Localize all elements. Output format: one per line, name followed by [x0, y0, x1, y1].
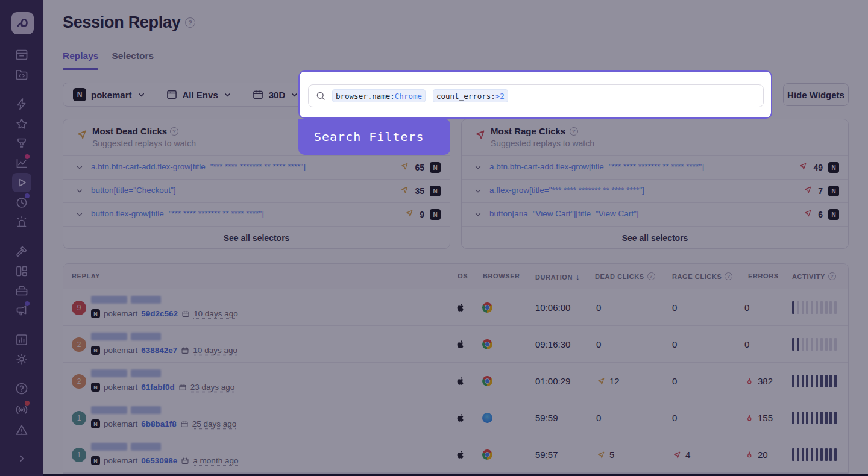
chip-key: browser.name:: [336, 92, 395, 101]
search-icon: [315, 90, 326, 101]
search-input[interactable]: browser.name:Chromecount_errors:>2: [308, 84, 764, 107]
search-filter-chip[interactable]: browser.name:Chrome: [332, 89, 426, 102]
search-filter-chip[interactable]: count_errors:>2: [433, 89, 508, 102]
session-replay-page: Session Replay ? Replays Selectors N pok…: [0, 0, 868, 476]
search-filters-spotlight: browser.name:Chromecount_errors:>2: [298, 70, 772, 119]
chip-value: >2: [495, 92, 505, 101]
search-filters-tooltip: Search Filters: [298, 119, 450, 155]
chip-value: Chrome: [395, 92, 422, 101]
chip-key: count_errors:: [436, 92, 495, 101]
search-chips: browser.name:Chromecount_errors:>2: [332, 89, 508, 102]
